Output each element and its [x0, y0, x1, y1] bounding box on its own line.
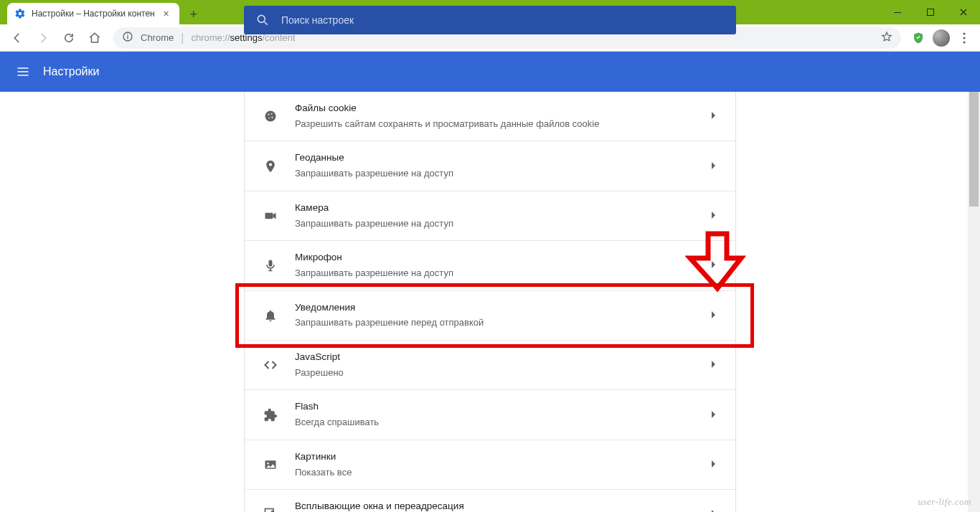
bell-icon [262, 307, 279, 324]
tab-close-icon[interactable]: × [161, 8, 172, 19]
image-icon [262, 456, 279, 473]
chevron-right-icon [707, 160, 721, 173]
settings-search-box[interactable] [244, 6, 736, 34]
watermark: user-life.com [918, 496, 971, 508]
settings-search-input[interactable] [281, 14, 725, 26]
setting-row-cookies[interactable]: Файлы cookieРазрешить сайтам сохранять и… [245, 92, 735, 141]
svg-rect-0 [894, 12, 901, 13]
location-icon [262, 158, 279, 175]
svg-rect-4 [127, 34, 128, 34]
setting-row-location[interactable]: ГеоданныеЗапрашивать разрешение на досту… [245, 141, 735, 190]
profile-avatar[interactable] [931, 28, 951, 48]
microphone-icon [262, 257, 279, 274]
content-area: Файлы cookieРазрешить сайтам сохранять и… [0, 92, 980, 512]
setting-title: Картинки [295, 450, 707, 464]
svg-point-11 [271, 113, 273, 115]
setting-title: JavaScript [295, 351, 707, 364]
omnibox-separator: | [181, 32, 184, 44]
setting-row-javascript[interactable]: JavaScriptРазрешено [245, 340, 735, 389]
setting-title: Камера [295, 202, 707, 215]
chevron-right-icon [707, 409, 721, 422]
new-tab-button[interactable]: + [184, 4, 204, 24]
svg-point-18 [267, 463, 269, 465]
camera-icon [262, 207, 279, 224]
setting-row-notifications[interactable]: УведомленияЗапрашивать разрешение перед … [245, 290, 735, 340]
svg-rect-15 [265, 213, 273, 219]
svg-point-14 [269, 163, 272, 166]
setting-row-popups[interactable]: Всплывающие окна и переадресацияЗаблокир… [245, 489, 735, 512]
chevron-right-icon [707, 259, 721, 272]
svg-point-12 [272, 117, 273, 118]
svg-point-8 [258, 15, 265, 22]
bookmark-star-icon[interactable] [881, 31, 892, 45]
setting-title: Геоданные [295, 151, 707, 165]
setting-title: Уведомления [295, 301, 707, 315]
menu-hamburger-button[interactable] [6, 65, 40, 79]
svg-point-13 [269, 118, 270, 119]
setting-title: Flash [295, 400, 707, 414]
setting-subtitle: Разрешить сайтам сохранять и просматрива… [295, 117, 707, 131]
setting-subtitle: Запрашивать разрешение перед отправкой [295, 316, 707, 330]
settings-header: Настройки [0, 52, 980, 92]
code-icon [262, 356, 279, 374]
setting-subtitle: Запрашивать разрешение на доступ [295, 166, 707, 181]
omnibox-chrome-label: Chrome [141, 32, 174, 43]
svg-rect-1 [928, 9, 934, 16]
setting-row-images[interactable]: КартинкиПоказать все [245, 440, 735, 489]
setting-subtitle: Запрашивать разрешение на доступ [295, 266, 707, 280]
setting-subtitle: Запрашивать разрешение на доступ [295, 217, 707, 231]
chevron-right-icon [707, 309, 721, 322]
svg-point-5 [963, 32, 965, 34]
setting-subtitle: Показать все [295, 465, 707, 480]
extension-shield-icon[interactable] [908, 28, 928, 48]
svg-point-9 [265, 111, 276, 122]
site-info-icon[interactable] [122, 31, 133, 45]
setting-subtitle: Разрешено [295, 366, 707, 380]
svg-point-6 [963, 37, 965, 39]
browser-menu-button[interactable] [954, 32, 974, 44]
chevron-right-icon [707, 110, 721, 123]
chevron-right-icon [707, 508, 721, 512]
setting-row-flash[interactable]: FlashВсегда спрашивать [245, 389, 735, 439]
setting-subtitle: Всегда спрашивать [295, 415, 707, 430]
setting-title: Файлы cookie [295, 102, 707, 115]
chevron-right-icon [707, 458, 721, 471]
setting-title: Микрофон [295, 251, 707, 265]
nav-forward-button[interactable] [32, 27, 55, 49]
popup-icon [262, 506, 279, 512]
puzzle-icon [262, 407, 279, 424]
svg-point-7 [963, 41, 965, 43]
nav-back-button[interactable] [6, 27, 29, 49]
search-icon [255, 13, 270, 27]
nav-reload-button[interactable] [57, 27, 80, 49]
setting-row-camera[interactable]: КамераЗапрашивать разрешение на доступ [245, 191, 735, 240]
nav-home-button[interactable] [83, 27, 106, 49]
tab-title: Настройки – Настройки контен [32, 9, 155, 19]
cookie-icon [262, 108, 279, 125]
gear-icon [14, 8, 26, 19]
svg-point-10 [268, 114, 269, 115]
scrollbar-thumb[interactable] [969, 92, 979, 207]
svg-rect-3 [127, 35, 128, 39]
chevron-right-icon [707, 209, 721, 222]
window-close-button[interactable] [947, 0, 980, 24]
page-title: Настройки [43, 65, 99, 78]
browser-tab[interactable]: Настройки – Настройки контен × [7, 3, 179, 24]
window-maximize-button[interactable] [914, 0, 947, 24]
scrollbar[interactable] [968, 92, 980, 512]
window-controls [881, 0, 980, 24]
svg-rect-16 [269, 260, 273, 267]
setting-title: Всплывающие окна и переадресация [295, 500, 707, 512]
content-settings-list: Файлы cookieРазрешить сайтам сохранять и… [244, 92, 736, 512]
window-minimize-button[interactable] [881, 0, 914, 24]
setting-row-microphone[interactable]: МикрофонЗапрашивать разрешение на доступ [245, 240, 735, 290]
chevron-right-icon [707, 359, 721, 371]
